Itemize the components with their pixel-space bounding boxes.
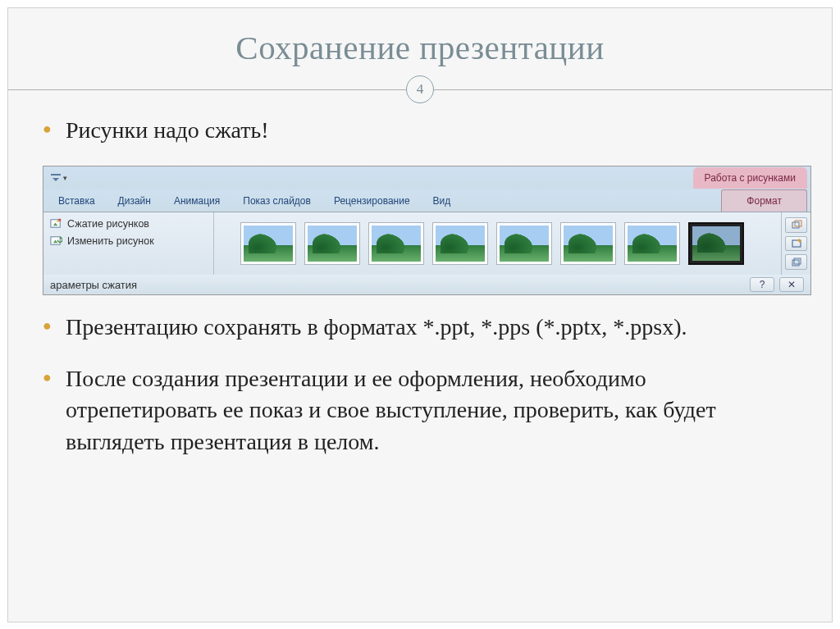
picture-styles-gallery[interactable] [214, 212, 781, 275]
svg-rect-8 [792, 222, 799, 228]
bullet-list: Рисунки надо сжать! [43, 115, 797, 147]
bullet-item: Рисунки надо сжать! [43, 115, 797, 147]
svg-marker-1 [52, 178, 59, 181]
compress-pictures-button[interactable]: Сжатие рисунков [50, 217, 207, 230]
svg-point-4 [57, 221, 59, 223]
compress-label: Сжатие рисунков [67, 218, 149, 230]
ribbon-body: Сжатие рисунков Изменить рисунок [43, 212, 810, 275]
shape-icon [791, 219, 802, 230]
style-thumb[interactable] [688, 222, 744, 265]
svg-marker-7 [60, 236, 62, 239]
bullet-item: После создания презентации и ее оформлен… [43, 363, 797, 458]
status-text: араметры сжатия [50, 279, 137, 291]
group-adjust: Сжатие рисунков Изменить рисунок [43, 212, 214, 275]
shape-button[interactable] [785, 217, 807, 233]
ribbon-status-bar: араметры сжатия ? ✕ [43, 275, 810, 294]
border-icon [791, 238, 802, 249]
tab-format[interactable]: Формат [721, 189, 807, 212]
svg-rect-9 [795, 221, 801, 226]
tab-review[interactable]: Рецензирование [322, 190, 422, 212]
style-thumb[interactable] [432, 222, 488, 265]
slide-number-badge: 4 [8, 75, 832, 103]
ribbon-tabs: Вставка Дизайн Анимация Показ слайдов Ре… [43, 189, 810, 212]
tab-view[interactable]: Вид [422, 190, 463, 212]
compress-icon [50, 217, 62, 230]
style-thumb[interactable] [240, 222, 296, 265]
effects-icon [791, 257, 802, 268]
content-area: Рисунки надо сжать! ▾ Работа с рисунками… [8, 103, 832, 458]
tab-design[interactable]: Дизайн [107, 190, 162, 212]
tab-animation[interactable]: Анимация [162, 190, 231, 212]
tab-insert[interactable]: Вставка [47, 190, 107, 212]
dropdown-icon [50, 172, 62, 184]
slide: Сохранение презентации 4 Рисунки надо сж… [7, 7, 833, 622]
divider-left [8, 89, 407, 90]
svg-rect-0 [51, 174, 61, 175]
context-tab-label: Работа с рисунками [693, 167, 807, 189]
bullet-list: Презентацию сохранять в форматах *.ppt, … [43, 312, 797, 458]
close-button[interactable]: ✕ [779, 277, 804, 292]
change-picture-label: Изменить рисунок [67, 235, 154, 247]
bullet-item: Презентацию сохранять в форматах *.ppt, … [43, 312, 797, 344]
slide-number: 4 [406, 75, 434, 103]
change-picture-button[interactable]: Изменить рисунок [50, 235, 207, 247]
tab-slideshow[interactable]: Показ слайдов [231, 190, 322, 212]
style-thumb[interactable] [560, 222, 616, 265]
caret-icon: ▾ [63, 174, 67, 182]
ribbon-titlebar: ▾ Работа с рисунками [43, 166, 810, 189]
border-button[interactable] [785, 236, 807, 252]
change-picture-icon [50, 235, 62, 247]
qat-dropdown[interactable]: ▾ [47, 171, 71, 185]
ribbon-screenshot: ▾ Работа с рисунками Вставка Дизайн Аним… [43, 166, 811, 295]
ribbon-right-buttons [781, 212, 810, 275]
style-thumb[interactable] [496, 222, 552, 265]
effects-button[interactable] [785, 254, 807, 270]
style-thumb[interactable] [624, 222, 680, 265]
style-thumb[interactable] [368, 222, 424, 265]
style-thumb[interactable] [304, 222, 360, 265]
dialog-buttons: ? ✕ [750, 277, 804, 292]
divider-right [433, 89, 832, 90]
slide-title: Сохранение презентации [8, 28, 832, 67]
svg-rect-11 [792, 260, 799, 266]
help-button[interactable]: ? [750, 277, 774, 292]
